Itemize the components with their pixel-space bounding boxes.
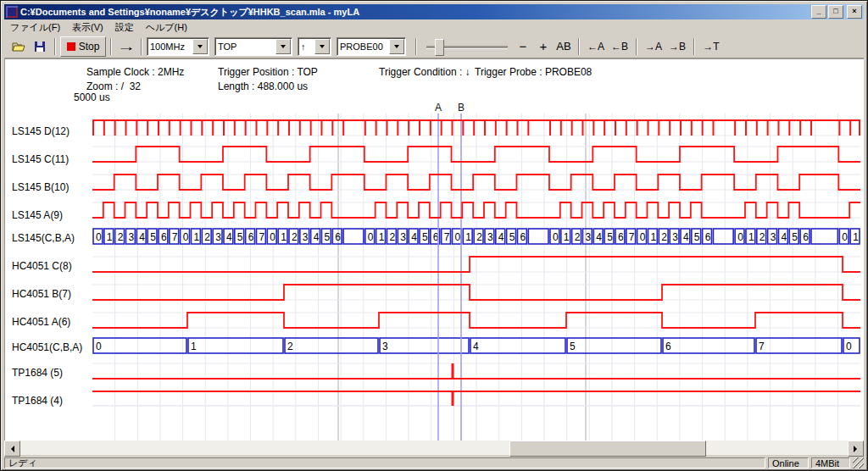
waveform-client-area: Sample Clock : 2MHz Zoom : / 32 Trigger …: [4, 58, 864, 441]
zoom-out-button[interactable]: −: [513, 37, 533, 56]
channel-label: TP1684 (5): [12, 367, 95, 379]
dropdown-button[interactable]: [389, 39, 404, 54]
window-title: C:¥Documents and Settings¥noname¥デスクトップ¥…: [20, 6, 811, 19]
channel-label: HC4051 B(7): [12, 288, 95, 300]
toolbar-separator: [54, 38, 56, 55]
dropdown-button[interactable]: [314, 39, 330, 54]
zoom-in-button[interactable]: +: [533, 37, 554, 56]
channel-label: HC4051 C(8): [12, 260, 95, 272]
channel-label: HC4051 A(6): [12, 316, 95, 328]
status-memory: 4MBit: [811, 457, 850, 468]
goto-cursor-a-left-button[interactable]: ←A: [584, 37, 608, 56]
save-file-button[interactable]: [30, 37, 50, 56]
chevron-down-icon: [320, 45, 325, 51]
dropdown-button[interactable]: [275, 39, 291, 54]
open-folder-icon: [12, 41, 27, 53]
maximize-button[interactable]: □: [828, 5, 843, 19]
arrow-right-icon: [854, 446, 860, 452]
scroll-right-button[interactable]: [848, 441, 864, 457]
scroll-left-button[interactable]: [4, 441, 20, 457]
zoom-slider[interactable]: [426, 37, 508, 56]
sample-clock-combo[interactable]: 100MHz: [147, 37, 209, 56]
menu-bar: ファイル(F)表示(V)設定ヘルプ(H): [4, 20, 864, 35]
channel-label: LS145 D(12): [12, 125, 95, 137]
menu-item[interactable]: 表示(V): [66, 20, 109, 35]
trigger-edge-combo[interactable]: ↑: [298, 37, 331, 56]
trigger-position-combo[interactable]: TOP: [214, 37, 292, 56]
chevron-down-icon: [394, 45, 399, 51]
status-bar: レディ Online 4MBit: [4, 457, 864, 469]
menu-item[interactable]: 設定: [109, 20, 140, 35]
channel-label: TP1684 (4): [12, 395, 95, 407]
goto-cursor-a-right-button[interactable]: →A: [642, 37, 665, 56]
menu-item[interactable]: ファイル(F): [4, 20, 66, 35]
goto-cursor-b-right-button[interactable]: →B: [665, 37, 689, 56]
goto-cursor-b-left-button[interactable]: ←B: [608, 37, 632, 56]
toolbar-separator: [415, 38, 417, 55]
toolbar-separator: [578, 38, 580, 55]
trigger-condition-info: Trigger Condition : ↓: [379, 66, 470, 78]
stop-label: Stop: [79, 41, 100, 53]
status-ready: レディ: [4, 457, 765, 468]
resize-grip[interactable]: [853, 457, 864, 468]
title-bar[interactable]: C:¥Documents and Settings¥noname¥デスクトップ¥…: [4, 4, 864, 19]
ab-span-button[interactable]: AB: [554, 37, 574, 56]
trigger-edge-value: ↑: [298, 42, 314, 52]
stop-icon: [67, 42, 75, 51]
sample-clock-info: Sample Clock : 2MHz: [86, 66, 184, 78]
trigger-position-info: Trigger Position : TOP: [218, 66, 318, 78]
horizontal-scrollbar[interactable]: [4, 441, 864, 455]
channel-label: LS145(C,B,A): [12, 232, 95, 244]
save-floppy-icon: [34, 41, 46, 53]
trigger-probe-info: Trigger Probe : PROBE08: [475, 66, 592, 78]
chevron-down-icon: [198, 45, 203, 51]
menu-item[interactable]: ヘルプ(H): [140, 20, 193, 35]
sample-clock-value: 100MHz: [147, 42, 192, 52]
toolbar: Stop → 100MHz TOP ↑ PROBE00 − + AB ←A: [4, 35, 864, 58]
run-button[interactable]: →: [111, 37, 142, 56]
open-file-button[interactable]: [9, 37, 30, 56]
channel-label: HC4051(C,B,A): [12, 341, 95, 353]
app-window: C:¥Documents and Settings¥noname¥デスクトップ¥…: [0, 0, 868, 471]
toolbar-separator: [693, 38, 695, 55]
trigger-position-value: TOP: [215, 42, 275, 52]
trigger-probe-value: PROBE00: [337, 42, 388, 52]
scrollbar-thumb[interactable]: [509, 441, 706, 457]
close-button[interactable]: ×: [847, 5, 862, 19]
channel-label: LS145 A(9): [12, 209, 95, 221]
arrow-left-icon: [8, 446, 14, 452]
slider-thumb[interactable]: [435, 39, 444, 56]
time-scale-label: 5000 us: [74, 91, 110, 103]
minimize-button[interactable]: _: [811, 5, 826, 19]
app-icon: [6, 6, 18, 18]
status-online: Online: [768, 457, 809, 468]
channel-label: LS145 B(10): [12, 181, 95, 193]
chevron-down-icon: [281, 45, 286, 51]
toolbar-separator: [636, 38, 637, 55]
dropdown-button[interactable]: [192, 39, 208, 54]
trigger-probe-combo[interactable]: PROBE00: [337, 37, 406, 56]
length-info: Length : 488.000 us: [218, 80, 308, 92]
zoom-info: Zoom : / 32: [86, 80, 141, 92]
channel-label: LS145 C(11): [12, 153, 95, 165]
stop-button[interactable]: Stop: [60, 36, 106, 57]
goto-trigger-button[interactable]: →T: [699, 37, 723, 56]
